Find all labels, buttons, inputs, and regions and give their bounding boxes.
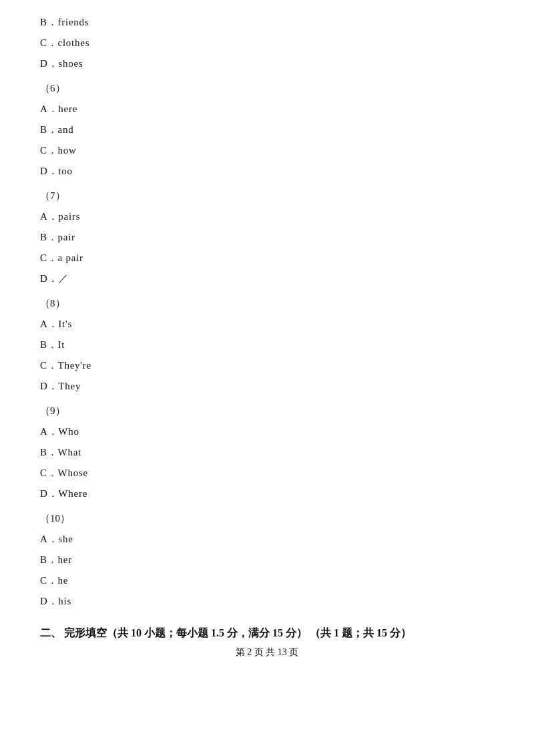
- q6_a_here: A．here: [40, 100, 494, 118]
- section_7: （7）: [40, 187, 494, 205]
- q9_c_whose: C．Whose: [40, 464, 494, 482]
- q7_c_apair: C．a pair: [40, 249, 494, 267]
- q8_d_they: D．They: [40, 377, 494, 395]
- q9_b_what: B．What: [40, 443, 494, 461]
- q8_a_its: A．It's: [40, 315, 494, 333]
- q_b_friends: B．friends: [40, 13, 494, 31]
- q10_d_his: D．his: [40, 592, 494, 610]
- section_6: （6）: [40, 79, 494, 98]
- q10_c_he: C．he: [40, 572, 494, 590]
- section-two-title: 二、 完形填空（共 10 小题；每小题 1.5 分，满分 15 分） （共 1 …: [40, 622, 494, 644]
- page-number: 第 2 页 共 13 页: [40, 646, 494, 658]
- q10_a_she: A．she: [40, 530, 494, 548]
- content-area: B．friendsC．clothesD．shoes（6）A．hereB．andC…: [40, 13, 494, 658]
- q6_b_and: B．and: [40, 121, 494, 139]
- q_d_shoes: D．shoes: [40, 55, 494, 73]
- q6_d_too: D．too: [40, 162, 494, 180]
- section_9: （9）: [40, 402, 494, 420]
- q7_d_slash: D．／: [40, 270, 494, 288]
- q7_a_pairs: A．pairs: [40, 208, 494, 226]
- q_c_clothes: C．clothes: [40, 34, 494, 52]
- q9_d_where: D．Where: [40, 485, 494, 503]
- q9_a_who: A．Who: [40, 423, 494, 441]
- q8_b_it: B．It: [40, 336, 494, 354]
- q7_b_pair: B．pair: [40, 228, 494, 246]
- q8_c_theyre: C．They're: [40, 357, 494, 375]
- section_10: （10）: [40, 510, 494, 528]
- section_8: （8）: [40, 295, 494, 313]
- q6_c_how: C．how: [40, 142, 494, 160]
- footer-section: 二、 完形填空（共 10 小题；每小题 1.5 分，满分 15 分） （共 1 …: [40, 622, 494, 658]
- q10_b_her: B．her: [40, 551, 494, 569]
